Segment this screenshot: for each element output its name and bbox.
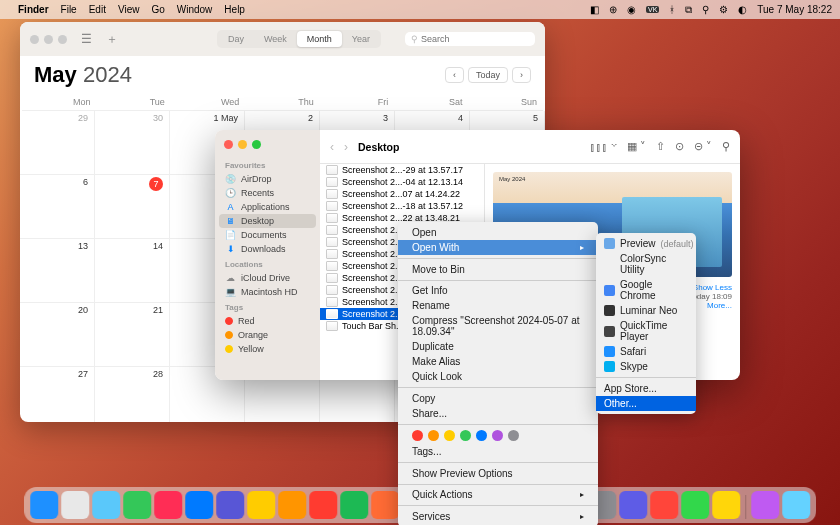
tag-color[interactable]: [508, 430, 519, 441]
file-item[interactable]: Screenshot 2...07 at 14.24.22: [320, 188, 484, 200]
sidebar-tag[interactable]: Yellow: [215, 342, 320, 356]
menubar-clock[interactable]: Tue 7 May 18:22: [757, 4, 832, 15]
search-icon[interactable]: ⚲: [702, 4, 709, 15]
sidebar-tag[interactable]: Orange: [215, 328, 320, 342]
menu-help[interactable]: Help: [224, 4, 245, 15]
tag-color[interactable]: [492, 430, 503, 441]
calendar-cell[interactable]: 28: [95, 367, 170, 422]
next-month-button[interactable]: ›: [512, 67, 531, 83]
context-menu-item[interactable]: Quick Look: [398, 369, 598, 384]
calendar-view-segment[interactable]: Day Week Month Year: [217, 30, 381, 48]
submenu-item[interactable]: Preview (default): [596, 236, 696, 251]
calendar-search-input[interactable]: [421, 34, 529, 44]
today-button[interactable]: Today: [468, 67, 508, 83]
dock-app-icon[interactable]: [216, 491, 244, 519]
wifi-icon[interactable]: ⧉: [685, 4, 692, 16]
sidebar-item[interactable]: 📄Documents: [215, 228, 320, 242]
forward-button[interactable]: ›: [344, 140, 348, 154]
siri-icon[interactable]: ◐: [738, 4, 747, 15]
menu-view[interactable]: View: [118, 4, 140, 15]
status-icon[interactable]: ⊕: [609, 4, 617, 15]
dock-app-icon[interactable]: [154, 491, 182, 519]
tag-icon[interactable]: ⊙: [675, 140, 684, 153]
dock-app-icon[interactable]: [619, 491, 647, 519]
context-menu[interactable]: OpenOpen With▸Move to BinGet InfoRenameC…: [398, 222, 598, 525]
dock-app-icon[interactable]: [92, 491, 120, 519]
dock-app-icon[interactable]: [751, 491, 779, 519]
context-menu-item[interactable]: Get Info: [398, 283, 598, 298]
traffic-lights[interactable]: [30, 35, 67, 44]
sidebar-tag[interactable]: Red: [215, 314, 320, 328]
calendar-sidebar-icon[interactable]: ☰: [81, 32, 92, 46]
file-item[interactable]: Screenshot 2...-29 at 13.57.17: [320, 164, 484, 176]
tag-color[interactable]: [428, 430, 439, 441]
context-menu-item[interactable]: Open With▸: [398, 240, 598, 255]
tag-color-row[interactable]: [398, 427, 598, 444]
view-columns-icon[interactable]: ⫿⫿⫿ ˅: [590, 141, 617, 153]
dock-app-icon[interactable]: [309, 491, 337, 519]
dock-app-icon[interactable]: [340, 491, 368, 519]
submenu-item[interactable]: Skype: [596, 359, 696, 374]
control-center-icon[interactable]: ⚙: [719, 4, 728, 15]
file-item[interactable]: Screenshot 2...-18 at 13.57.12: [320, 200, 484, 212]
dock-app-icon[interactable]: [185, 491, 213, 519]
context-menu-item[interactable]: Move to Bin: [398, 262, 598, 277]
submenu-item[interactable]: Google Chrome: [596, 277, 696, 303]
sidebar-item[interactable]: ⬇Downloads: [215, 242, 320, 256]
dock-app-icon[interactable]: [371, 491, 399, 519]
sidebar-item[interactable]: 💿AirDrop: [215, 172, 320, 186]
context-menu-item[interactable]: Show Preview Options: [398, 466, 598, 481]
seg-day[interactable]: Day: [218, 31, 254, 47]
context-menu-item[interactable]: Duplicate: [398, 339, 598, 354]
context-menu-item[interactable]: Quick Actions▸: [398, 487, 598, 502]
traffic-lights[interactable]: [215, 138, 320, 157]
calendar-cell[interactable]: 20: [20, 303, 95, 367]
seg-year[interactable]: Year: [342, 31, 380, 47]
submenu-item[interactable]: ColorSync Utility: [596, 251, 696, 277]
status-icon[interactable]: ◉: [627, 4, 636, 15]
submenu-item[interactable]: Luminar Neo: [596, 303, 696, 318]
share-icon[interactable]: ⇧: [656, 140, 665, 153]
menu-window[interactable]: Window: [177, 4, 213, 15]
context-menu-item[interactable]: Make Alias: [398, 354, 598, 369]
prev-month-button[interactable]: ‹: [445, 67, 464, 83]
show-less-link[interactable]: Show Less: [693, 283, 732, 292]
dock-app-icon[interactable]: [61, 491, 89, 519]
search-icon[interactable]: ⚲: [722, 140, 730, 153]
seg-month[interactable]: Month: [297, 31, 342, 47]
calendar-cell[interactable]: 13: [20, 239, 95, 303]
context-menu-item[interactable]: Rename: [398, 298, 598, 313]
menu-edit[interactable]: Edit: [89, 4, 106, 15]
action-icon[interactable]: ⊝ ˅: [694, 140, 712, 153]
dock-app-icon[interactable]: [123, 491, 151, 519]
open-with-submenu[interactable]: Preview (default)ColorSync UtilityGoogle…: [596, 233, 696, 414]
bluetooth-icon[interactable]: ᚼ: [669, 4, 675, 15]
file-item[interactable]: Screenshot 2...-04 at 12.13.14: [320, 176, 484, 188]
add-event-icon[interactable]: ＋: [106, 31, 118, 48]
dock-app-icon[interactable]: [782, 491, 810, 519]
sidebar-item[interactable]: 💻Macintosh HD: [215, 285, 320, 299]
context-menu-item[interactable]: Tags...: [398, 444, 598, 459]
dock-app-icon[interactable]: [650, 491, 678, 519]
dock-app-icon[interactable]: [681, 491, 709, 519]
user-icon[interactable]: VK: [646, 6, 659, 13]
status-icon[interactable]: ◧: [590, 4, 599, 15]
tag-color[interactable]: [476, 430, 487, 441]
sidebar-item[interactable]: 🕒Recents: [215, 186, 320, 200]
dock-app-icon[interactable]: [247, 491, 275, 519]
calendar-cell[interactable]: 7: [95, 175, 170, 239]
menu-file[interactable]: File: [61, 4, 77, 15]
menu-go[interactable]: Go: [151, 4, 164, 15]
calendar-cell[interactable]: 21: [95, 303, 170, 367]
submenu-item[interactable]: Safari: [596, 344, 696, 359]
context-menu-item[interactable]: Copy: [398, 391, 598, 406]
tag-color[interactable]: [412, 430, 423, 441]
context-menu-item[interactable]: Open: [398, 225, 598, 240]
dock-app-icon[interactable]: [712, 491, 740, 519]
more-link[interactable]: More...: [707, 301, 732, 310]
sidebar-item[interactable]: ☁iCloud Drive: [215, 271, 320, 285]
calendar-cell[interactable]: 30: [95, 111, 170, 175]
submenu-item[interactable]: QuickTime Player: [596, 318, 696, 344]
calendar-cell[interactable]: 29: [20, 111, 95, 175]
tag-color[interactable]: [460, 430, 471, 441]
